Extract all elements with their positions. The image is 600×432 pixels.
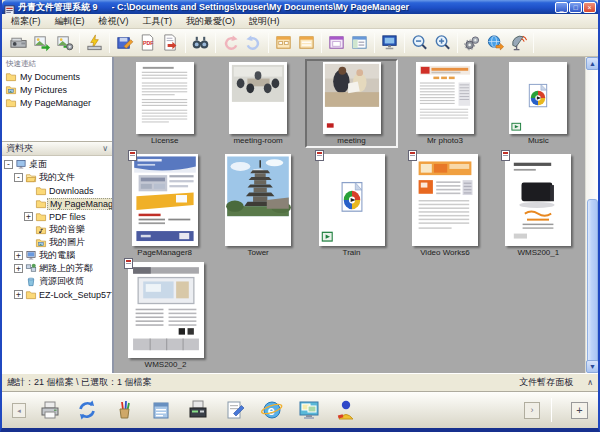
thumbnail-train[interactable]: Train — [305, 151, 398, 260]
zoom-out-button[interactable] — [408, 31, 431, 55]
tree-item-我的文件[interactable]: -我的文件 — [2, 171, 112, 184]
thumbnail-wms200-2[interactable]: WMS200_2 — [118, 259, 213, 372]
chevron-up-icon[interactable]: ∧ — [587, 378, 593, 387]
import-photo-settings-button[interactable] — [53, 31, 76, 55]
scan-button[interactable] — [7, 31, 30, 55]
tree-item-資源回收筒[interactable]: 資源回收筒 — [2, 275, 112, 288]
presentation-button[interactable] — [378, 31, 401, 55]
acquire-icon — [85, 33, 104, 52]
internet-explorer-button[interactable]: e — [259, 397, 285, 423]
thumbnail-row: WMS200_2 — [118, 259, 585, 372]
document-corner-icon — [128, 150, 137, 161]
fax-icon — [186, 398, 210, 422]
next-page-button[interactable] — [242, 31, 265, 55]
list-view-button[interactable] — [295, 31, 318, 55]
quick-link-my-documents[interactable]: My Documents — [2, 70, 112, 83]
tree-item-my-pagemanager[interactable]: My PageManager — [2, 197, 112, 210]
save-annotate-button[interactable] — [113, 31, 136, 55]
quick-link-my-pagemanager[interactable]: My PageManager — [2, 96, 112, 109]
thumbnail-mr-photo3[interactable]: Mr photo3 — [398, 59, 491, 148]
scroll-down-icon[interactable]: ▼ — [586, 360, 599, 373]
fax-button[interactable] — [185, 397, 211, 423]
import-photo-button[interactable] — [30, 31, 53, 55]
menu-item-view[interactable]: 檢視(V) — [92, 15, 136, 28]
scroll-up-icon[interactable]: ▲ — [586, 57, 599, 70]
tree-item-網路上的芳鄰[interactable]: +網路上的芳鄰 — [2, 262, 112, 275]
expand-icon[interactable]: + — [14, 251, 23, 260]
quick-link-label: My Pictures — [20, 85, 67, 95]
tray-add-button[interactable]: + — [571, 402, 588, 419]
thumbnail-tower[interactable]: Tower — [211, 151, 304, 260]
ie-icon: e — [260, 398, 284, 422]
tray-collapse-button[interactable]: ◂ — [12, 403, 26, 418]
thumbnail-view-button[interactable] — [272, 31, 295, 55]
thumbnail-pagemanager8[interactable]: PageManager8 — [118, 151, 211, 260]
quick-link-label: My PageManager — [20, 98, 91, 108]
thumbnail-grid: Licensemeeting-roommeetingMr photo3Music… — [116, 57, 585, 373]
previous-page-button[interactable] — [219, 31, 242, 55]
expand-icon[interactable]: + — [24, 212, 33, 221]
collapse-icon[interactable]: - — [14, 173, 23, 182]
minimize-button[interactable]: _ — [555, 2, 568, 13]
tree-item-ez-lock-setup577-tw[interactable]: +EZ-Lock_Setup577_tw — [2, 288, 112, 301]
menu-item-edit[interactable]: 編輯(E) — [48, 15, 92, 28]
chevron-down-icon[interactable]: ∨ — [102, 144, 112, 153]
computer-icon — [25, 250, 37, 261]
edit-note-button[interactable] — [222, 397, 248, 423]
stationery-button[interactable] — [111, 397, 137, 423]
tree-item-downloads[interactable]: Downloads — [2, 184, 112, 197]
menu-item-help[interactable]: 說明(H) — [242, 15, 287, 28]
network-scan-button[interactable] — [507, 31, 530, 55]
menu-item-file[interactable]: 檔案(F) — [4, 15, 48, 28]
menu-item-favorites[interactable]: 我的最愛(O) — [179, 15, 242, 28]
tree-item-桌面[interactable]: -桌面 — [2, 158, 112, 171]
quick-link-my-pictures[interactable]: My Pictures — [2, 83, 112, 96]
tray-more-button[interactable]: › — [524, 402, 540, 419]
tree-item-我的音樂[interactable]: 我的音樂 — [2, 223, 112, 236]
tree-item-label: 我的圖片 — [47, 236, 87, 249]
tree-item-pdf-files[interactable]: +PDF files — [2, 210, 112, 223]
collapse-icon[interactable]: - — [4, 160, 13, 169]
browse-web-button[interactable] — [484, 31, 507, 55]
thumbnail-label: License — [151, 136, 179, 145]
page-view-button[interactable] — [325, 31, 348, 55]
vertical-scrollbar[interactable]: ▲ ▼ — [585, 57, 598, 373]
send-user-button[interactable] — [333, 397, 359, 423]
thumbnail-music[interactable]: Music — [492, 59, 585, 148]
export-document-button[interactable] — [159, 31, 182, 55]
tree-item-我的電腦[interactable]: +我的電腦 — [2, 249, 112, 262]
menu-item-tools[interactable]: 工具(T) — [136, 15, 180, 28]
search-button[interactable] — [189, 31, 212, 55]
folder-icon — [5, 71, 17, 82]
document-corner-icon — [315, 150, 324, 161]
scrollbar-thumb[interactable] — [587, 199, 598, 363]
convert-pdf-button[interactable]: PDF — [136, 31, 159, 55]
split-view-button[interactable] — [348, 31, 371, 55]
expand-icon[interactable]: + — [14, 264, 23, 273]
toolbar-separator — [404, 33, 405, 53]
pdf-icon: PDF — [138, 33, 157, 52]
thumbnail-meeting[interactable]: meeting — [305, 59, 398, 148]
screen-share-button[interactable] — [296, 397, 322, 423]
thumbnail-row: PageManager8TowerTrainVideo Works6WMS200… — [118, 151, 585, 260]
maximize-button[interactable]: □ — [569, 2, 582, 13]
tree-item-我的圖片[interactable]: 我的圖片 — [2, 236, 112, 249]
folders-header[interactable]: 資料夾 ∨ — [2, 141, 112, 156]
thumbnail-label: Train — [343, 248, 361, 257]
thumbnail-page — [225, 154, 291, 246]
thumbnail-license[interactable]: License — [118, 59, 211, 148]
thumbnail-meeting-room[interactable]: meeting-room — [211, 59, 304, 148]
settings-button[interactable] — [461, 31, 484, 55]
close-button[interactable]: × — [583, 2, 596, 13]
zoom-in-button[interactable] — [431, 31, 454, 55]
thumbnail-wms200-1[interactable]: WMS200_1 — [492, 151, 585, 260]
thumbnail-video-works6[interactable]: Video Works6 — [398, 151, 491, 260]
sync-button[interactable] — [74, 397, 100, 423]
acquire-button[interactable] — [83, 31, 106, 55]
presentation-icon — [380, 33, 399, 52]
notepad-button[interactable] — [148, 397, 174, 423]
expand-icon[interactable]: + — [14, 290, 23, 299]
print-button[interactable] — [37, 397, 63, 423]
binoculars-icon — [191, 33, 210, 52]
title-bar[interactable]: 丹青文件管理系統 9 - C:\Documents and Settings\x… — [2, 0, 598, 14]
